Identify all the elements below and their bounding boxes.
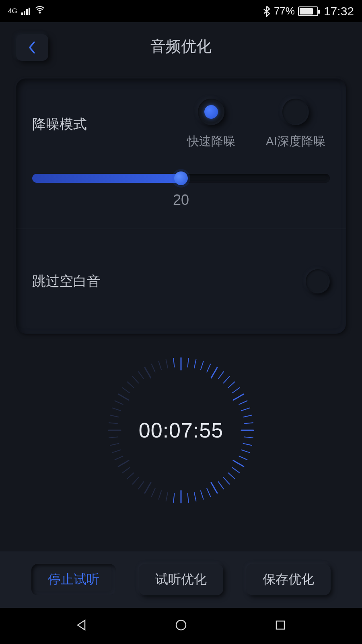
action-bar: 停止试听 试听优化 保存优化: [0, 551, 362, 608]
status-bar: 4G 77% 17:32: [0, 0, 362, 22]
svg-line-42: [115, 456, 123, 460]
noise-mode-row: 降噪模式 快速降噪 AI深度降噪: [32, 99, 330, 150]
circle-home-icon: [173, 617, 189, 633]
svg-line-9: [228, 382, 234, 388]
noise-mode-label: 降噪模式: [32, 115, 105, 134]
svg-line-41: [118, 460, 129, 466]
radio-option-ai[interactable]: AI深度降噪: [261, 99, 330, 150]
svg-line-53: [127, 382, 134, 388]
svg-line-33: [166, 493, 168, 502]
skip-silence-label: 跳过空白音: [32, 272, 306, 291]
timer-display: 00:07:55: [139, 418, 223, 442]
svg-line-11: [233, 394, 244, 400]
svg-line-36: [145, 483, 151, 493]
svg-line-22: [232, 468, 240, 473]
slider-fill: [32, 174, 181, 183]
svg-line-47: [109, 423, 118, 423]
wifi-icon: [34, 4, 45, 18]
svg-line-57: [152, 364, 155, 372]
svg-line-40: [122, 468, 130, 473]
svg-line-55: [138, 372, 144, 379]
svg-line-38: [133, 477, 139, 484]
svg-line-35: [152, 488, 155, 496]
svg-line-21: [233, 460, 244, 466]
svg-line-37: [138, 482, 144, 489]
skip-silence-toggle[interactable]: [306, 269, 330, 293]
header: 音频优化: [0, 22, 362, 70]
svg-line-44: [110, 444, 119, 446]
svg-line-59: [166, 359, 168, 368]
svg-line-54: [133, 376, 139, 383]
settings-card: 降噪模式 快速降噪 AI深度降噪 20 跳过空白音: [16, 78, 346, 334]
save-optimize-button[interactable]: 保存优化: [246, 564, 331, 595]
svg-line-5: [207, 364, 210, 372]
svg-line-43: [112, 450, 121, 453]
svg-point-0: [39, 12, 40, 13]
svg-rect-63: [276, 621, 284, 629]
clock: 17:32: [324, 4, 354, 18]
svg-line-24: [224, 477, 230, 484]
svg-line-19: [241, 450, 250, 453]
divider: [16, 229, 346, 229]
svg-line-34: [158, 491, 161, 499]
svg-line-8: [224, 376, 230, 383]
svg-line-60: [173, 358, 174, 367]
svg-line-17: [244, 437, 253, 438]
timer-dial: 00:07:55: [105, 354, 257, 507]
radio-label: 快速降噪: [187, 133, 235, 150]
chevron-left-icon: [26, 40, 38, 55]
triangle-back-icon: [74, 617, 90, 633]
noise-level-slider[interactable]: 20: [32, 174, 330, 208]
radio-option-fast[interactable]: 快速降噪: [177, 99, 245, 150]
svg-line-23: [228, 473, 234, 479]
svg-line-26: [211, 483, 217, 493]
radio-indicator-icon: [198, 99, 224, 125]
svg-marker-61: [78, 620, 85, 630]
svg-line-6: [211, 367, 217, 378]
svg-line-7: [218, 372, 224, 379]
nav-home-button[interactable]: [173, 617, 189, 635]
nav-recent-button[interactable]: [272, 617, 288, 635]
page-title: 音频优化: [150, 36, 212, 57]
button-label: 试听优化: [155, 571, 207, 588]
slider-thumb-icon[interactable]: [174, 171, 188, 185]
svg-line-20: [239, 456, 247, 460]
radio-indicator-icon: [282, 99, 309, 125]
battery-percent: 77%: [274, 5, 295, 17]
svg-line-58: [158, 361, 161, 370]
svg-line-18: [243, 444, 252, 446]
svg-line-3: [194, 359, 196, 368]
svg-line-32: [173, 493, 174, 502]
noise-mode-radio-group: 快速降噪 AI深度降噪: [117, 99, 330, 150]
svg-line-10: [232, 388, 240, 393]
svg-line-39: [127, 473, 134, 479]
skip-silence-row: 跳过空白音: [32, 269, 330, 293]
radio-label: AI深度降噪: [266, 133, 325, 150]
back-button[interactable]: [16, 34, 48, 61]
nav-back-button[interactable]: [74, 617, 90, 635]
preview-optimize-button[interactable]: 试听优化: [139, 564, 223, 595]
svg-line-51: [118, 394, 129, 400]
stop-preview-button[interactable]: 停止试听: [31, 564, 116, 595]
svg-line-14: [243, 415, 252, 417]
timer-area: 00:07:55: [0, 354, 362, 507]
svg-line-27: [207, 488, 210, 496]
svg-line-2: [188, 358, 189, 367]
svg-line-29: [194, 493, 196, 502]
svg-line-25: [218, 482, 224, 489]
svg-line-12: [239, 401, 247, 405]
button-label: 保存优化: [263, 571, 314, 588]
svg-line-30: [188, 493, 189, 502]
svg-line-13: [241, 408, 250, 411]
network-type-indicator: 4G: [8, 8, 17, 14]
battery-icon: [298, 6, 318, 16]
svg-line-49: [112, 408, 121, 411]
svg-point-62: [176, 620, 186, 630]
button-label: 停止试听: [48, 571, 99, 588]
android-nav-bar: [0, 608, 362, 644]
svg-line-45: [109, 437, 118, 438]
svg-line-28: [201, 491, 204, 499]
svg-line-50: [115, 401, 123, 405]
slider-value: 20: [32, 192, 330, 208]
svg-line-56: [145, 367, 151, 378]
